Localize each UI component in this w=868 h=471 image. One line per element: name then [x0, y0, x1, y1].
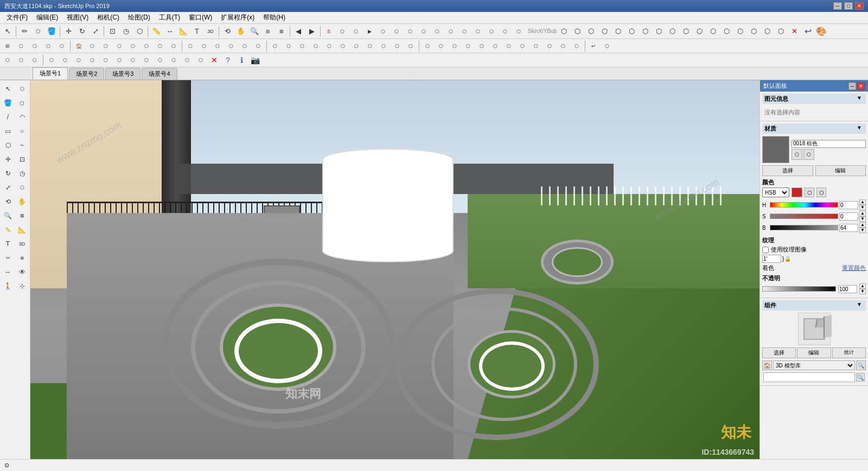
lt-zoomextents[interactable]: ⊠ — [16, 209, 29, 222]
lt-select[interactable]: ↖ — [2, 82, 15, 95]
tb3-10[interactable]: ⬡ — [167, 54, 180, 67]
tb2-25[interactable]: ⬡ — [336, 40, 349, 53]
tb2-6[interactable]: 🏠 — [72, 40, 85, 53]
color-mode-select[interactable]: HSB RGB HLS — [762, 188, 789, 197]
tb2-5[interactable]: ⬡ — [55, 40, 68, 53]
tb-p7[interactable]: ⬡ — [639, 25, 652, 38]
tb-ext6[interactable]: ⬡ — [390, 25, 403, 38]
tb-p5[interactable]: ⬡ — [611, 25, 624, 38]
tb2-29[interactable]: ⬡ — [391, 40, 404, 53]
tb-ext13[interactable]: ⬡ — [485, 25, 498, 38]
material-btn-1[interactable]: ⬡ — [792, 149, 802, 160]
material-select-tab[interactable]: 选择 — [762, 165, 813, 176]
tb-paint[interactable]: 🪣 — [45, 25, 58, 38]
s-input[interactable] — [839, 212, 858, 221]
scene-tab-4[interactable]: 场景号4 — [142, 68, 177, 80]
lt-tape[interactable]: 📏 — [2, 223, 15, 236]
lt-text[interactable]: T — [2, 237, 15, 250]
lt-followme[interactable]: ◷ — [16, 167, 29, 180]
tb-p11[interactable]: ⬡ — [693, 25, 706, 38]
tb-scale[interactable]: ⤢ — [89, 25, 102, 38]
tb2-41[interactable]: ⬡ — [557, 40, 570, 53]
b-up[interactable]: ▲ — [859, 222, 866, 228]
tb-pan[interactable]: ✋ — [234, 25, 247, 38]
lt-axes[interactable]: ⊕ — [16, 251, 29, 264]
component-select-tab[interactable]: 选择 — [762, 347, 796, 358]
tb-offset[interactable]: ⬡ — [133, 25, 146, 38]
lt-lookaround[interactable]: 👁 — [16, 266, 29, 279]
tb-p9[interactable]: ⬡ — [666, 25, 679, 38]
tb2-2[interactable]: ⬡ — [15, 40, 28, 53]
tb-prev[interactable]: ◀ — [292, 25, 305, 38]
close-button[interactable]: ✕ — [855, 2, 864, 10]
tb-p1[interactable]: ⬡ — [557, 25, 570, 38]
tb2-7[interactable]: ⬡ — [86, 40, 99, 53]
tb-p18[interactable]: ✕ — [788, 25, 801, 38]
tb3-modes1[interactable]: ⬡ — [1, 54, 14, 67]
tb-pushpull[interactable]: ⊡ — [106, 25, 119, 38]
tb-color[interactable]: 🎨 — [815, 25, 828, 38]
component-statistics-tab[interactable]: 统计 — [832, 347, 866, 358]
tb2-1[interactable]: ⊞ — [1, 40, 14, 53]
tb2-44[interactable]: ⬡ — [601, 40, 614, 53]
tb3-help[interactable]: ? — [221, 54, 234, 67]
viewport[interactable]: www.znzmo.com www.znzmo.com www.znzmo.co… — [30, 80, 760, 459]
tb-ext12[interactable]: ⬡ — [471, 25, 484, 38]
minimize-button[interactable]: ─ — [833, 2, 842, 10]
component-edit-tab[interactable]: 编辑 — [797, 347, 831, 358]
lt-eraser[interactable]: ⬡ — [16, 96, 29, 109]
lt-position[interactable]: ⊹ — [16, 280, 29, 293]
component-nav-home-btn[interactable]: 🏠 — [762, 360, 772, 370]
tb-ext3[interactable]: ⬡ — [349, 25, 362, 38]
tb-p10[interactable]: ⬡ — [679, 25, 692, 38]
tb2-20[interactable]: ⬡ — [269, 40, 282, 53]
material-edit-tab[interactable]: 编辑 — [815, 165, 866, 176]
scene-tab-1[interactable]: 场景号1 — [33, 67, 68, 80]
tb-p14[interactable]: ⬡ — [733, 25, 746, 38]
tb-ext1[interactable]: S — [322, 25, 335, 38]
tb2-33[interactable]: ⬡ — [448, 40, 461, 53]
lt-component[interactable]: ⬡ — [16, 82, 29, 95]
material-name-input[interactable] — [792, 140, 866, 148]
tb2-24[interactable]: ⬡ — [323, 40, 336, 53]
tb2-26[interactable]: ⬡ — [350, 40, 363, 53]
lt-move[interactable]: ✛ — [2, 153, 15, 166]
menu-view[interactable]: 视图(V) — [62, 12, 93, 23]
tb-rotate[interactable]: ↻ — [75, 25, 88, 38]
s-down[interactable]: ▼ — [859, 216, 866, 222]
use-texture-checkbox[interactable] — [762, 247, 769, 253]
tb-p16[interactable]: ⬡ — [761, 25, 774, 38]
tb-dimension[interactable]: ↔ — [163, 25, 176, 38]
tb-3dtext[interactable]: 3D — [204, 25, 217, 38]
tb-ext5[interactable]: ⬡ — [376, 25, 390, 38]
tb-ext11[interactable]: ⬡ — [458, 25, 471, 38]
tb-next[interactable]: ▶ — [305, 25, 318, 38]
lt-paint[interactable]: 🪣 — [2, 96, 15, 109]
tb-p4[interactable]: ⬡ — [598, 25, 611, 38]
opacity-down[interactable]: ▼ — [859, 289, 866, 294]
tb-ext14[interactable]: ⬡ — [499, 25, 512, 38]
tb2-10[interactable]: ⬡ — [126, 40, 139, 53]
lt-polygon[interactable]: ⬡ — [2, 139, 15, 152]
menu-extensions[interactable]: 扩展程序(x) — [216, 12, 259, 23]
tb3-9[interactable]: ⬡ — [154, 54, 167, 67]
tb-tape[interactable]: 📏 — [150, 25, 163, 38]
tb2-17[interactable]: ⬡ — [225, 40, 238, 53]
tb2-40[interactable]: ⬡ — [543, 40, 556, 53]
tb2-3[interactable]: ⬡ — [28, 40, 41, 53]
tb3-info[interactable]: ℹ — [235, 54, 248, 67]
maximize-button[interactable]: □ — [844, 2, 853, 10]
reset-color-label[interactable]: 重置颜色 — [842, 264, 866, 272]
tb-zoomwindow[interactable]: ⊞ — [261, 25, 275, 38]
lt-arc[interactable]: ◠ — [16, 111, 29, 124]
lt-zoom[interactable]: 🔍 — [2, 209, 15, 222]
scene-tab-3[interactable]: 场景号3 — [105, 68, 141, 80]
lt-rect[interactable]: ▭ — [2, 125, 15, 138]
menu-draw[interactable]: 绘图(D) — [124, 12, 155, 23]
tb3-5[interactable]: ⬡ — [99, 54, 112, 67]
tb-p3[interactable]: ⬡ — [584, 25, 597, 38]
tb3-6[interactable]: ⬡ — [113, 54, 126, 67]
tb2-36[interactable]: ⬡ — [489, 40, 502, 53]
component-expand[interactable]: ▼ — [855, 301, 864, 309]
lt-pan[interactable]: ✋ — [16, 195, 29, 208]
